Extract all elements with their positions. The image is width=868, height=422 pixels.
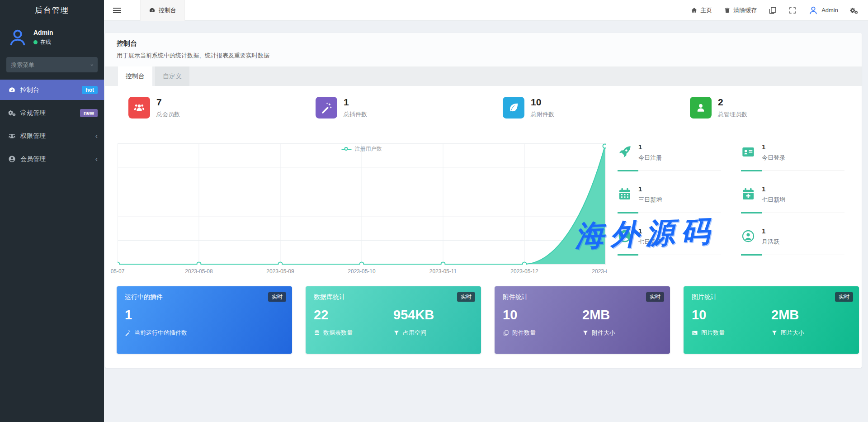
- trash-icon: [724, 7, 731, 14]
- sidebar-item-label: 常规管理: [20, 109, 75, 117]
- mini-value: 1: [638, 185, 662, 193]
- online-dot-icon: [33, 40, 38, 44]
- dashboard-icon: [8, 86, 16, 94]
- registered-users-chart: 注册用户数 05-07 2023-05-08 2023-05-09 2023-0…: [108, 143, 607, 279]
- x-tick: 2023-05-10: [348, 268, 375, 275]
- mini-stat-seven-day-new: 1 七日新增: [741, 185, 844, 213]
- x-tick: 2023-05-09: [266, 268, 294, 275]
- rocket-icon: [618, 145, 632, 159]
- topbar-tab-label: 控制台: [159, 6, 176, 14]
- stat-row: 7 总会员数 1 总插件数 10 总附件数: [128, 97, 868, 119]
- chart-legend[interactable]: 注册用户数: [342, 145, 382, 153]
- mini-label: 七日新增: [762, 196, 785, 204]
- dashboard-panel: 控制台 用于展示当前系统中的统计数据、统计报表及重要实时数据 控制台 自定义 7…: [105, 33, 862, 368]
- card-metric-label: 当前运行中的插件数: [134, 329, 187, 337]
- card-metric-label: 占用空间: [403, 329, 426, 337]
- mini-label: 三日新增: [638, 196, 662, 204]
- user-status: 在线: [33, 38, 53, 46]
- magic-wand-icon: [316, 97, 337, 119]
- user-name: Admin: [33, 29, 53, 36]
- card-value: 1: [125, 308, 284, 322]
- user-avatar-icon: [7, 27, 28, 48]
- page-title: 控制台: [117, 39, 850, 48]
- tab-dashboard[interactable]: 控制台: [118, 66, 152, 86]
- x-tick: 2023-05-08: [185, 268, 212, 275]
- pages-icon[interactable]: [769, 6, 777, 14]
- card-value: 10: [503, 308, 582, 322]
- mini-value: 1: [638, 227, 662, 235]
- stat-total-plugins: 1 总插件数: [316, 97, 503, 119]
- card-title: 运行中的插件: [125, 293, 284, 301]
- panel-header: 控制台 用于展示当前系统中的统计数据、统计报表及重要实时数据: [105, 33, 862, 66]
- tab-custom[interactable]: 自定义: [155, 66, 189, 86]
- home-label: 主页: [700, 6, 712, 14]
- card-value: 22: [314, 308, 393, 322]
- card-value: 2MB: [582, 308, 662, 322]
- mini-value: 1: [762, 185, 785, 193]
- mini-stat-today-registered: 1 今日注册: [618, 143, 721, 171]
- filter-icon: [582, 330, 589, 336]
- new-badge: new: [80, 109, 98, 117]
- tab-label: 自定义: [163, 72, 182, 81]
- mini-value: 1: [638, 143, 662, 151]
- x-tick: 05-07: [111, 268, 125, 275]
- search-icon[interactable]: [90, 62, 93, 68]
- sidebar-toggle-button[interactable]: [107, 0, 127, 21]
- card-value: 954KB: [393, 308, 473, 322]
- realtime-badge: 实时: [268, 292, 286, 302]
- settings-gears-icon[interactable]: [850, 6, 858, 14]
- user-circle-icon: [618, 229, 632, 243]
- topbar: 控制台 主页 清除缓存 Admin: [104, 0, 868, 21]
- leaf-icon: [503, 97, 524, 119]
- stat-value: 1: [344, 97, 367, 107]
- topbar-actions: 主页 清除缓存 Admin: [691, 5, 868, 15]
- summary-cards: 运行中的插件 实时 1 当前运行中的插件数 数据库统计 实时: [117, 286, 859, 354]
- card-title: 附件统计: [503, 293, 662, 301]
- sidebar-menu: 控制台 hot 常规管理 new 权限管理 ‹ 会员管理 ‹: [0, 80, 104, 169]
- sidebar-item-members[interactable]: 会员管理 ‹: [0, 149, 104, 169]
- filter-icon: [393, 330, 400, 336]
- copy-icon: [503, 330, 509, 336]
- app-title: 后台管理: [0, 0, 104, 21]
- card-image-stats: 图片统计 实时 10 图片数量 2MB 图片大小: [684, 286, 859, 354]
- admin-user-icon: [690, 97, 712, 119]
- sidebar-item-auth[interactable]: 权限管理 ‹: [0, 126, 104, 146]
- dashboard-icon: [149, 7, 156, 14]
- home-link[interactable]: 主页: [691, 6, 712, 14]
- card-metric-label: 附件数量: [512, 329, 536, 337]
- tab-label: 控制台: [126, 72, 145, 81]
- card-metric-label: 图片大小: [781, 329, 804, 337]
- database-icon: [314, 330, 320, 336]
- users-icon: [8, 132, 16, 140]
- sidebar: 后台管理 Admin 在线 控制台 hot: [0, 0, 104, 422]
- mini-stat-today-login: 1 今日登录: [741, 143, 844, 171]
- topbar-tab-dashboard[interactable]: 控制台: [140, 0, 185, 21]
- sidebar-item-general[interactable]: 常规管理 new: [0, 103, 104, 123]
- card-value: 10: [692, 308, 771, 322]
- topbar-user-label: Admin: [821, 7, 838, 14]
- mini-label: 七日活跃: [638, 238, 662, 246]
- x-tick: 2023-05-12: [510, 268, 538, 275]
- menu-search-input[interactable]: [11, 62, 90, 68]
- legend-marker-icon: [342, 147, 352, 151]
- gears-icon: [8, 109, 16, 117]
- topbar-user[interactable]: Admin: [808, 5, 838, 15]
- card-attachment-stats: 附件统计 实时 10 附件数量 2MB 附件大小: [495, 286, 670, 354]
- sidebar-item-dashboard[interactable]: 控制台 hot: [0, 80, 104, 100]
- clear-cache-label: 清除缓存: [733, 6, 757, 14]
- page-subtitle: 用于展示当前系统中的统计数据、统计报表及重要实时数据: [117, 52, 850, 60]
- card-metric-label: 数据表数量: [323, 329, 353, 337]
- chart-x-axis: 05-07 2023-05-08 2023-05-09 2023-05-10 2…: [108, 268, 607, 276]
- stat-total-members: 7 总会员数: [128, 97, 316, 119]
- mini-stat-three-day-new: 1 三日新增: [618, 185, 721, 213]
- realtime-badge: 实时: [835, 292, 853, 302]
- card-metric-label: 附件大小: [592, 329, 615, 337]
- calendar-plus-icon: [741, 187, 755, 201]
- x-tick: 2023-05-11: [429, 268, 457, 275]
- clear-cache-button[interactable]: 清除缓存: [724, 6, 757, 14]
- mini-label: 今日登录: [762, 154, 785, 162]
- mini-label: 今日注册: [638, 154, 662, 162]
- filter-icon: [771, 330, 778, 336]
- fullscreen-icon[interactable]: [788, 6, 797, 14]
- sidebar-item-label: 权限管理: [20, 132, 91, 140]
